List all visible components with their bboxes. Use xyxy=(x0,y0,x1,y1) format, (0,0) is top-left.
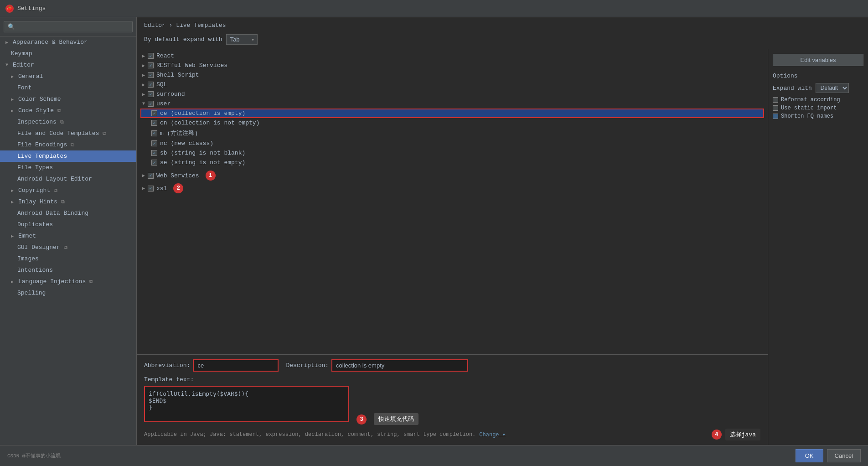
copy-icon: ⧉ xyxy=(64,245,67,250)
sidebar-item-spelling[interactable]: Spelling xyxy=(0,287,136,299)
abbreviation-label: Abbreviation: xyxy=(144,362,190,369)
shorten-fq-checkbox[interactable] xyxy=(773,114,778,119)
chevron-right-icon: ▶ xyxy=(142,82,145,88)
center-area: ▶ React ▶ RESTful Web Services ▶ xyxy=(137,49,768,445)
template-se-checkbox[interactable] xyxy=(151,160,157,166)
copy-icon: ⧉ xyxy=(61,199,65,205)
sidebar-item-android-data[interactable]: Android Data Binding xyxy=(0,207,136,219)
template-text-area[interactable]: if(CollUtil.isEmpty($VAR$)){ $END$ } xyxy=(144,386,349,422)
search-input[interactable] xyxy=(4,21,133,32)
sidebar-item-language-injections[interactable]: ▶ Language Injections ⧉ xyxy=(0,276,136,287)
template-item-nc[interactable]: nc (new classs) xyxy=(140,139,764,148)
template-item-se[interactable]: se (string is not empty) xyxy=(140,158,764,167)
group-user[interactable]: ▼ user xyxy=(140,99,764,109)
badge-2: 2 xyxy=(173,183,183,193)
sidebar-item-keymap[interactable]: Keymap xyxy=(0,48,136,59)
template-cn-checkbox[interactable] xyxy=(151,120,157,126)
template-nc-label: nc (new classs) xyxy=(160,140,213,147)
chevron-right-icon: ▶ xyxy=(11,279,16,285)
template-text-label: Template text: xyxy=(144,376,760,383)
group-restful[interactable]: ▶ RESTful Web Services xyxy=(140,61,764,70)
sidebar-item-emmet[interactable]: ▶ Emmet xyxy=(0,230,136,242)
group-user-checkbox[interactable] xyxy=(148,101,154,107)
group-surround-label: surround xyxy=(156,91,185,98)
group-sql[interactable]: ▶ SQL xyxy=(140,80,764,89)
chevron-right-icon: ▶ xyxy=(11,97,16,102)
sidebar-item-label: Spelling xyxy=(17,290,46,296)
group-shell-checkbox[interactable] xyxy=(148,72,154,78)
group-restful-label: RESTful Web Services xyxy=(156,62,227,69)
edit-variables-button[interactable]: Edit variables xyxy=(773,54,863,66)
template-item-m[interactable]: m (方法注释) xyxy=(140,128,764,139)
group-web-services-checkbox[interactable] xyxy=(148,173,154,179)
sidebar-item-gui-designer[interactable]: GUI Designer ⧉ xyxy=(0,242,136,253)
sidebar-item-appearance[interactable]: ▶ Appearance & Behavior xyxy=(0,36,136,48)
chevron-down-icon: ▼ xyxy=(142,101,145,106)
template-item-cn[interactable]: cn (collection is not empty) xyxy=(140,118,764,128)
reformat-label: Reformat according xyxy=(781,97,840,103)
ok-button[interactable]: OK xyxy=(796,449,823,462)
bottom-panel: Abbreviation: Description: Template text… xyxy=(137,354,768,445)
right-panel: Edit variables Options Expand with Defau… xyxy=(768,49,868,445)
sidebar-item-color-scheme[interactable]: ▶ Color Scheme xyxy=(0,93,136,105)
sidebar-item-inspections[interactable]: Inspections ⧉ xyxy=(0,116,136,128)
template-item-ce[interactable]: ce (collection is empty) xyxy=(140,109,764,118)
sidebar-item-intentions[interactable]: Intentions xyxy=(0,264,136,276)
change-link[interactable]: Change ▾ xyxy=(479,431,506,438)
static-import-checkbox[interactable] xyxy=(773,105,778,111)
sidebar-item-images[interactable]: Images xyxy=(0,253,136,264)
group-restful-checkbox[interactable] xyxy=(148,62,154,68)
group-web-services[interactable]: ▶ Web Services 1 xyxy=(140,169,764,182)
chevron-down-icon: ▼ xyxy=(5,62,10,67)
checkbox-reformat: Reformat according xyxy=(773,97,863,103)
expand-with-select[interactable]: Tab Enter Space xyxy=(226,34,258,45)
template-nc-checkbox[interactable] xyxy=(151,140,157,146)
template-m-label: m (方法注释) xyxy=(160,129,198,137)
main-split: ▶ React ▶ RESTful Web Services ▶ xyxy=(137,49,868,445)
sidebar-item-file-types[interactable]: File Types xyxy=(0,162,136,173)
badge-4: 4 xyxy=(712,430,722,440)
copy-icon: ⧉ xyxy=(54,188,57,193)
cancel-button[interactable]: Cancel xyxy=(827,449,861,462)
template-ce-checkbox[interactable] xyxy=(151,110,157,116)
sidebar-item-general[interactable]: ▶ General xyxy=(0,71,136,82)
tooltip-select-java: 选择java xyxy=(725,429,760,440)
reformat-checkbox[interactable] xyxy=(773,97,778,103)
sidebar-item-label: Android Data Binding xyxy=(17,210,88,217)
main-panel: Editor › Live Templates By default expan… xyxy=(137,17,868,445)
expand-with-dropdown-wrap: Tab Enter Space xyxy=(226,34,258,45)
app-icon: 🍅 xyxy=(5,5,14,13)
group-surround-checkbox[interactable] xyxy=(148,91,154,97)
chevron-right-icon: ▶ xyxy=(142,72,145,78)
group-sql-checkbox[interactable] xyxy=(148,82,154,88)
description-input[interactable] xyxy=(331,359,468,372)
expand-with-right-select[interactable]: Default Tab Enter Space xyxy=(816,83,849,93)
group-surround[interactable]: ▶ surround xyxy=(140,89,764,99)
abbreviation-input[interactable] xyxy=(193,359,279,372)
sidebar-item-label: General xyxy=(18,73,43,80)
sidebar-item-font[interactable]: Font xyxy=(0,82,136,93)
group-shell[interactable]: ▶ Shell Script xyxy=(140,70,764,80)
sidebar-item-android-layout[interactable]: Android Layout Editor xyxy=(0,173,136,185)
sidebar-item-code-style[interactable]: ▶ Code Style ⧉ xyxy=(0,105,136,116)
sidebar-item-duplicates[interactable]: Duplicates xyxy=(0,219,136,230)
sidebar-item-live-templates[interactable]: Live Templates xyxy=(0,150,136,162)
template-item-sb[interactable]: sb (string is not blank) xyxy=(140,148,764,158)
template-cn-label: cn (collection is not empty) xyxy=(160,119,259,126)
applicable-row: Applicable in Java; Java: statement, exp… xyxy=(144,429,760,440)
group-xsl[interactable]: ▶ xsl 2 xyxy=(140,182,764,195)
sidebar-item-file-encodings[interactable]: File Encodings ⧉ xyxy=(0,139,136,150)
sidebar-item-editor[interactable]: ▼ Editor xyxy=(0,59,136,71)
tooltip-quick-fill: 快速填充代码 xyxy=(374,413,418,425)
settings-dialog: ▶ Appearance & Behavior Keymap ▼ Editor … xyxy=(0,17,868,466)
sidebar-item-file-code-templates[interactable]: File and Code Templates ⧉ xyxy=(0,128,136,139)
fields-row: Abbreviation: Description: xyxy=(144,359,760,372)
group-react-checkbox[interactable] xyxy=(148,53,154,59)
group-react[interactable]: ▶ React xyxy=(140,51,764,61)
template-sb-checkbox[interactable] xyxy=(151,150,157,156)
group-xsl-checkbox[interactable] xyxy=(148,186,154,192)
sidebar-item-copyright[interactable]: ▶ Copyright ⧉ xyxy=(0,185,136,196)
template-m-checkbox[interactable] xyxy=(151,130,157,136)
sidebar-item-inlay-hints[interactable]: ▶ Inlay Hints ⧉ xyxy=(0,196,136,207)
sidebar-item-label: Copyright xyxy=(18,187,50,194)
